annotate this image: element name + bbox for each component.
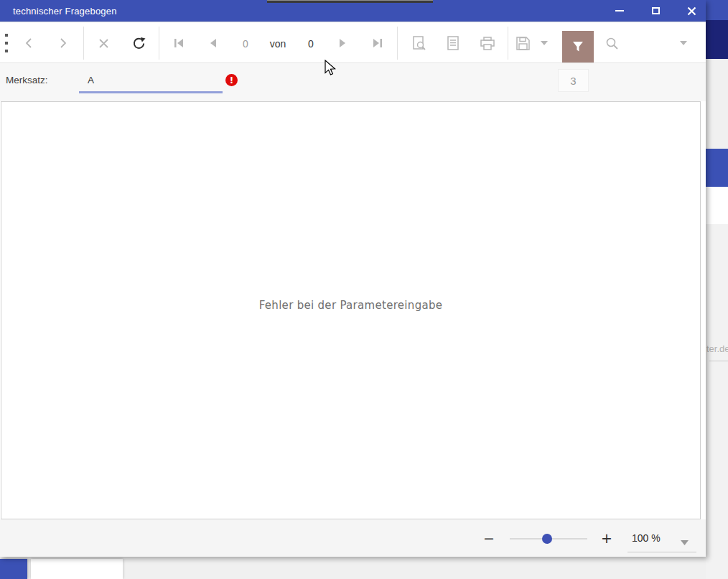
toolbar-separator bbox=[159, 27, 159, 60]
zoom-in-button[interactable]: + bbox=[598, 529, 615, 547]
parameter-value: A bbox=[88, 75, 94, 85]
first-page-icon bbox=[174, 39, 184, 47]
print-preview-button[interactable] bbox=[410, 34, 427, 52]
toolbar: 0 von 0 bbox=[0, 22, 706, 63]
parameter-row: Merksatz: A ! 3 bbox=[0, 63, 706, 101]
window-title: technischer Fragebogen bbox=[13, 6, 117, 17]
toolbar-separator bbox=[397, 27, 398, 60]
close-button[interactable] bbox=[686, 5, 697, 17]
previous-page-button[interactable] bbox=[205, 34, 222, 52]
maximize-icon bbox=[652, 7, 660, 14]
forward-button[interactable] bbox=[55, 34, 72, 52]
back-window-body bbox=[706, 224, 728, 579]
save-export-button[interactable] bbox=[514, 34, 531, 52]
refresh-icon bbox=[132, 37, 146, 50]
parameter-input[interactable]: A bbox=[79, 69, 223, 93]
print-preview-icon bbox=[412, 36, 426, 50]
forward-icon bbox=[60, 37, 67, 49]
zoom-bar: − + 100 % bbox=[0, 519, 706, 557]
report-error-message: Fehler bei der Parametereingabe bbox=[259, 299, 443, 312]
titlebar: technischer Fragebogen bbox=[0, 0, 706, 22]
first-page-button[interactable] bbox=[170, 34, 187, 52]
minimize-icon bbox=[615, 10, 624, 11]
report-viewer-window: technischer Fragebogen bbox=[0, 0, 706, 557]
print-icon bbox=[480, 37, 495, 50]
overlapping-window-edge bbox=[267, 0, 433, 3]
back-window-titlebar bbox=[706, 0, 728, 20]
filter-toggle-button[interactable] bbox=[562, 31, 594, 62]
zoom-slider-thumb[interactable] bbox=[542, 534, 552, 544]
back-window-white-band bbox=[706, 187, 728, 224]
back-button[interactable] bbox=[20, 34, 37, 52]
zoom-dropdown-button[interactable] bbox=[681, 535, 689, 548]
minimize-button[interactable] bbox=[614, 5, 625, 17]
next-page-button[interactable] bbox=[334, 34, 351, 52]
page-setup-button[interactable] bbox=[444, 34, 462, 52]
page-setup-icon bbox=[447, 36, 459, 50]
save-dropdown-button[interactable] bbox=[536, 34, 553, 52]
next-page-icon bbox=[339, 39, 346, 47]
back-window-blue-band bbox=[706, 149, 728, 187]
back-window-partial-text: ter.de bbox=[706, 343, 728, 354]
cancel-button[interactable] bbox=[95, 34, 112, 52]
toolbar-separator bbox=[83, 27, 84, 60]
maximize-button[interactable] bbox=[650, 5, 661, 17]
zoom-out-button[interactable]: − bbox=[480, 529, 498, 547]
print-button[interactable] bbox=[479, 34, 496, 52]
mouse-cursor bbox=[325, 60, 337, 77]
save-export-icon bbox=[516, 37, 530, 50]
refresh-button[interactable] bbox=[130, 34, 147, 52]
filter-icon bbox=[572, 41, 584, 52]
toolbar-separator bbox=[508, 27, 508, 60]
last-page-button[interactable] bbox=[368, 34, 386, 52]
back-window-blue-tile bbox=[0, 559, 27, 579]
back-window-strip bbox=[706, 59, 728, 149]
report-area: Fehler bei der Parametereingabe bbox=[1, 101, 701, 519]
grip-icon[interactable] bbox=[3, 34, 10, 52]
parameter-count-badge[interactable]: 3 bbox=[558, 69, 589, 92]
close-icon bbox=[687, 6, 696, 16]
page-total: 0 bbox=[300, 38, 322, 50]
save-dropdown-icon bbox=[541, 41, 548, 45]
page-of-label: von bbox=[267, 38, 289, 50]
search-input[interactable] bbox=[603, 34, 620, 52]
validation-error-icon: ! bbox=[225, 74, 238, 86]
search-icon bbox=[606, 37, 618, 50]
page-current-input[interactable]: 0 bbox=[235, 38, 256, 50]
last-page-icon bbox=[373, 39, 382, 47]
back-icon bbox=[25, 37, 32, 49]
back-window-header-band bbox=[706, 20, 728, 59]
cancel-icon bbox=[98, 38, 109, 49]
input-underline bbox=[79, 91, 223, 93]
chevron-down-icon bbox=[681, 540, 689, 545]
screen: ter.de technischer Fragebogen bbox=[0, 0, 728, 579]
search-dropdown-button[interactable] bbox=[675, 34, 692, 52]
back-window-field-underline bbox=[709, 361, 728, 361]
parameter-label: Merksatz: bbox=[6, 75, 48, 85]
zoom-dropdown-underline bbox=[627, 552, 696, 552]
back-window-tab[interactable] bbox=[31, 559, 123, 579]
window-controls bbox=[614, 0, 697, 22]
search-dropdown-icon bbox=[680, 41, 687, 45]
previous-page-icon bbox=[210, 39, 217, 47]
zoom-level-value[interactable]: 100 % bbox=[632, 532, 661, 544]
